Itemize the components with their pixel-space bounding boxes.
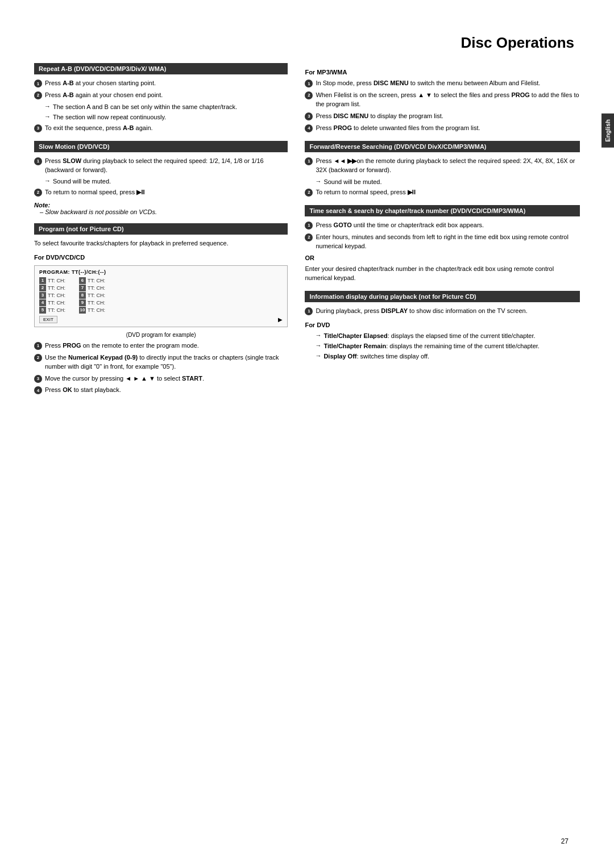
prog-item-4-text: Press OK to start playback. bbox=[45, 386, 288, 395]
prog-item-4: 4 Press OK to start playback. bbox=[34, 386, 288, 395]
mp3-item-3-text: Press DISC MENU to display the program l… bbox=[316, 112, 580, 121]
note-text: – Slow backward is not possible on VCDs. bbox=[40, 208, 288, 215]
english-tab: English bbox=[601, 114, 614, 148]
num-p4: 4 bbox=[34, 386, 42, 394]
right-column: For MP3/WMA 1 In Stop mode, press DISC M… bbox=[305, 63, 580, 398]
dvd-bullet-2: → Title/Chapter Remain: displays the rem… bbox=[315, 342, 580, 350]
num-1: 1 bbox=[34, 80, 42, 87]
slow-item-1: 1 Press SLOW during playback to select t… bbox=[34, 157, 288, 175]
note-label: Note: bbox=[34, 202, 50, 208]
repeat-item-2: 2 Press A-B again at your chosen end poi… bbox=[34, 91, 288, 100]
slow-item-1-text: Press SLOW during playback to select the… bbox=[45, 157, 288, 175]
section-program-header: Program (not for Picture CD) bbox=[34, 223, 288, 235]
info-item-1-text: During playback, press DISPLAY to show d… bbox=[316, 307, 580, 316]
or-divider: OR bbox=[305, 254, 580, 261]
section-info-header: Information display during playback (not… bbox=[305, 291, 580, 302]
section-forward-header: Forward/Reverse Searching (DVD/VCD/ DivX… bbox=[305, 141, 580, 152]
fwd-item-1: 1 Press ◄◄ ▶▶on the remote during playba… bbox=[305, 157, 580, 175]
for-dvd-label: For DVD/VCD/CD bbox=[34, 254, 288, 261]
prog-row-4: 4 TT: CH: bbox=[39, 299, 65, 306]
prog-item-2: 2 Use the Numerical Keypad (0-9) to dire… bbox=[34, 353, 288, 372]
program-caption: (DVD program for example) bbox=[34, 332, 288, 338]
num-p2: 2 bbox=[34, 354, 42, 362]
prog-row-10: 10 TT: CH: bbox=[79, 307, 105, 314]
fwd-arrow-1: → Sound will be muted. bbox=[315, 178, 580, 186]
repeat-arrow-1-text: The section A and B can be set only with… bbox=[53, 103, 237, 111]
page-container: English Disc Operations Repeat A-B (DVD/… bbox=[0, 0, 614, 868]
num-2: 2 bbox=[34, 91, 42, 99]
mp3-item-4-text: Press PROG to delete unwanted files from… bbox=[316, 124, 580, 133]
for-dvd-info-label: For DVD bbox=[305, 322, 580, 328]
num-f1: 1 bbox=[305, 157, 313, 165]
dvd-bullet-3-text: Display Off: switches time display off. bbox=[323, 352, 429, 361]
time-item-1: 1 Press GOTO until the time or chapter/t… bbox=[305, 221, 580, 230]
repeat-arrow-2: → The section will now repeat continuous… bbox=[44, 113, 288, 122]
slow-note: Note: – Slow backward is not possible on… bbox=[34, 202, 288, 215]
prog-row-6: 6 TT: CH: bbox=[79, 277, 105, 284]
info-item-1: 1 During playback, press DISPLAY to show… bbox=[305, 307, 580, 316]
prog-row-7: 7 TT: CH: bbox=[79, 285, 105, 291]
prog-footer: EXIT ▶ bbox=[39, 316, 283, 323]
fwd-arrow-1-text: Sound will be muted. bbox=[323, 178, 381, 186]
mp3-item-1-text: In Stop mode, press DISC MENU to switch … bbox=[316, 79, 580, 88]
repeat-item-3: 3 To exit the sequence, press A-B again. bbox=[34, 124, 288, 133]
repeat-arrow-2-text: The section will now repeat continuously… bbox=[53, 113, 166, 122]
main-content: Repeat A-B (DVD/VCD/CD/MP3/DivX/ WMA) 1 … bbox=[34, 63, 580, 398]
mp3-item-3: 3 Press DISC MENU to display the program… bbox=[305, 112, 580, 121]
num-m2: 2 bbox=[305, 91, 313, 99]
prog-row-3: 3 TT: CH: bbox=[39, 292, 65, 299]
mp3-item-2-text: When Filelist is on the screen, press ▲ … bbox=[316, 91, 580, 109]
dvd-bullet-3: → Display Off: switches time display off… bbox=[315, 352, 580, 361]
num-m4: 4 bbox=[305, 124, 313, 132]
num-t2: 2 bbox=[305, 233, 313, 241]
repeat-item-1-text: Press A-B at your chosen starting point. bbox=[45, 79, 288, 88]
num-i1: 1 bbox=[305, 307, 313, 315]
fwd-item-2: 2 To return to normal speed, press ▶II bbox=[305, 188, 580, 197]
prog-row-1: 1 TT: CH: bbox=[39, 277, 65, 284]
prog-row-9: 9 TT: CH: bbox=[79, 299, 105, 306]
num-f2: 2 bbox=[305, 189, 313, 197]
dvd-bullet-1-text: Title/Chapter Elapsed: displays the elap… bbox=[323, 332, 535, 340]
program-grid: 1 TT: CH: 2 TT: CH: 3 TT: CH: bbox=[39, 277, 283, 314]
time-item-2-text: Enter hours, minutes and seconds from le… bbox=[316, 233, 580, 251]
mp3-item-1: 1 In Stop mode, press DISC MENU to switc… bbox=[305, 79, 580, 88]
repeat-item-1: 1 Press A-B at your chosen starting poin… bbox=[34, 79, 288, 88]
prog-right-col: 6 TT: CH: 7 TT: CH: 8 TT: CH: bbox=[79, 277, 105, 314]
exit-button[interactable]: EXIT bbox=[39, 316, 57, 323]
prog-item-3: 3 Move the cursor by pressing ◄ ► ▲ ▼ to… bbox=[34, 374, 288, 383]
slow-item-2-text: To return to normal speed, press ▶II bbox=[45, 188, 288, 197]
section-slow-motion-header: Slow Motion (DVD/VCD) bbox=[34, 141, 288, 152]
slow-arrow-1-text: Sound will be muted. bbox=[53, 177, 111, 186]
prog-item-1: 1 Press PROG on the remote to enter the … bbox=[34, 341, 288, 350]
slow-arrow-1: → Sound will be muted. bbox=[44, 177, 288, 186]
page-title: Disc Operations bbox=[34, 34, 580, 52]
mp3-header: For MP3/WMA bbox=[305, 69, 580, 76]
time-item-1-text: Press GOTO until the time or chapter/tra… bbox=[316, 221, 580, 230]
repeat-arrow-1: → The section A and B can be set only wi… bbox=[44, 103, 288, 111]
num-p1: 1 bbox=[34, 342, 42, 350]
fwd-item-2-text: To return to normal speed, press ▶II bbox=[316, 188, 580, 197]
program-intro: To select favourite tracks/chapters for … bbox=[34, 239, 288, 248]
dvd-bullet-1: → Title/Chapter Elapsed: displays the el… bbox=[315, 332, 580, 340]
prog-row-8: 8 TT: CH: bbox=[79, 292, 105, 299]
left-column: Repeat A-B (DVD/VCD/CD/MP3/DivX/ WMA) 1 … bbox=[34, 63, 288, 398]
dvd-bullet-2-text: Title/Chapter Remain: displays the remai… bbox=[323, 342, 539, 350]
num-s1: 1 bbox=[34, 157, 42, 165]
num-p3: 3 bbox=[34, 375, 42, 383]
program-box: PROGRAM: TT(--)/CH:(--) 1 TT: CH: 2 TT: … bbox=[34, 265, 288, 327]
mp3-item-2: 2 When Filelist is on the screen, press … bbox=[305, 91, 580, 109]
repeat-item-2-text: Press A-B again at your chosen end point… bbox=[45, 91, 288, 100]
prog-row-2: 2 TT: CH: bbox=[39, 285, 65, 291]
mp3-item-4: 4 Press PROG to delete unwanted files fr… bbox=[305, 124, 580, 133]
time-item-2: 2 Enter hours, minutes and seconds from … bbox=[305, 233, 580, 251]
repeat-item-3-text: To exit the sequence, press A-B again. bbox=[45, 124, 288, 133]
prog-row-5: 5 TT: CH: bbox=[39, 307, 65, 314]
num-3: 3 bbox=[34, 124, 42, 132]
section-time-header: Time search & search by chapter/track nu… bbox=[305, 205, 580, 216]
prog-item-2-text: Use the Numerical Keypad (0-9) to direct… bbox=[45, 353, 288, 372]
or-text: Enter your desired chapter/track number … bbox=[305, 265, 580, 283]
prog-item-1-text: Press PROG on the remote to enter the pr… bbox=[45, 341, 288, 350]
slow-item-2: 2 To return to normal speed, press ▶II bbox=[34, 188, 288, 197]
num-t1: 1 bbox=[305, 222, 313, 229]
num-s2: 2 bbox=[34, 189, 42, 197]
